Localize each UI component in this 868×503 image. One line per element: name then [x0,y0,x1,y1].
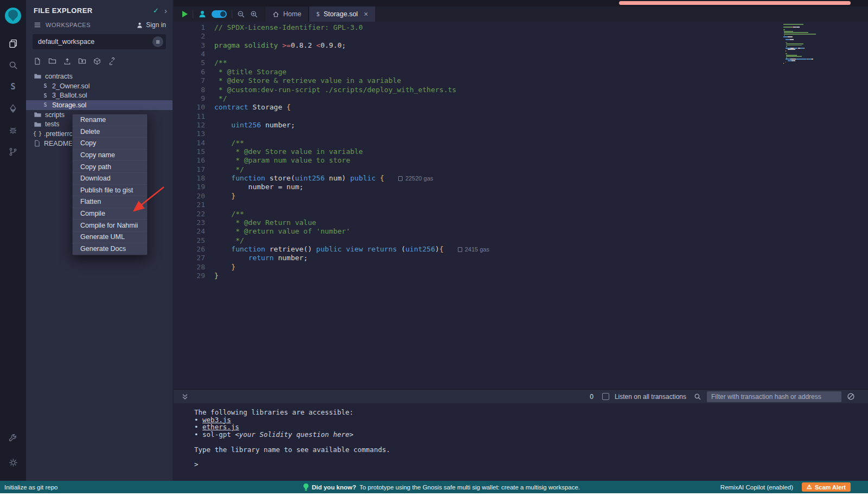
rail-file-explorer[interactable] [0,33,26,54]
new-folder-button[interactable] [48,57,56,65]
context-menu-item-copy-path[interactable]: Copy path [73,161,147,173]
remix-logo[interactable] [4,7,22,25]
workspace-name: default_workspace [38,38,152,46]
scam-alert-badge[interactable]: ⚠ Scam Alert [802,482,851,492]
search-icon [694,393,701,401]
code-editor[interactable]: 1// SPDX-License-Identifier: GPL-3.023pr… [174,22,868,389]
context-menu-item-flatten[interactable]: Flatten [73,196,147,208]
terminal-line: • sol-gpt <your Solidity question here> [194,431,868,438]
terminal[interactable]: The following libraries are accessible:•… [174,403,868,481]
tab-label: Home [283,10,301,18]
tab-storage-sol[interactable]: S Storage.sol × [309,7,375,22]
settings-gear-icon [9,458,18,467]
tree-item-storage-sol[interactable]: SStorage.sol [26,100,173,110]
status-bar-right: RemixAI Copilot (enabled) ⚠ Scam Alert [720,482,868,492]
context-menu-item-compile[interactable]: Compile [73,208,147,220]
rail-git[interactable] [0,141,26,163]
rail-plugin-manager[interactable] [0,428,26,449]
rail-search[interactable] [0,54,26,76]
check-icon[interactable]: ✓ [153,7,159,15]
git-init-button[interactable]: Initialize as git repo [0,484,163,491]
zoom-out-button[interactable] [237,10,245,18]
workspace-options-badge[interactable] [152,36,163,47]
tree-item-3-ballot-sol[interactable]: S3_Ballot.sol [26,91,173,100]
minimap[interactable] [783,24,837,65]
context-menu-item-generate-docs[interactable]: Generate Docs [73,243,147,255]
sign-in-button[interactable]: Sign in [136,21,166,29]
tree-item-label: scripts [45,111,65,119]
context-menu-item-rename[interactable]: Rename [73,114,147,126]
code-line-23: 23 * @dev Return value [174,218,868,227]
code-lines: 1// SPDX-License-Identifier: GPL-3.023pr… [174,23,868,280]
code-line-16: 16 * @param num value to store [174,156,868,165]
context-menu-item-generate-uml[interactable]: Generate UML [73,231,147,243]
link-button[interactable] [108,57,116,65]
folder-icon [34,120,42,128]
expand-terminal-button[interactable] [181,393,189,401]
copilot-toggle[interactable] [212,10,227,18]
rail-debugger[interactable] [0,119,26,141]
context-menu-item-delete[interactable]: Delete [73,126,147,138]
tree-item-label: contracts [45,73,73,80]
code-line-5: 5/** [174,59,868,67]
tree-item-label: 2_Owner.sol [52,82,90,90]
tree-item-2-owner-sol[interactable]: S2_Owner.sol [26,81,173,91]
new-file-button[interactable] [34,57,41,65]
code-line-26: 26 function retrieve() public view retur… [174,245,868,254]
context-menu-item-copy[interactable]: Copy [73,138,147,150]
context-menu-item-publish-file-to-gist[interactable]: Publish file to gist [73,185,147,197]
link-icon [108,57,116,65]
close-tab-icon[interactable]: × [364,10,368,18]
file-explorer-icon [9,39,18,48]
folder-icon [34,72,42,80]
upload-folder-button[interactable] [78,57,86,65]
clear-console-button[interactable] [847,392,855,401]
terminal-line: Type the library name to see available c… [194,446,868,454]
terminal-search-button[interactable] [694,393,701,401]
editor-toolbar-icons [174,7,265,22]
tree-item-contracts[interactable]: contracts [26,72,173,81]
rail-deploy-run[interactable] [0,98,26,119]
editor-column: Home S Storage.sol × 1// SPDX-License-Id… [174,0,868,481]
icon-rail: S [0,0,26,481]
rail-solidity-compiler[interactable]: S [0,76,26,98]
listen-all-transactions-checkbox[interactable] [602,393,609,400]
tab-home[interactable]: Home [265,7,309,22]
divider [232,10,232,18]
hamburger-icon[interactable] [34,21,41,29]
code-line-27: 27 return number; [174,254,868,262]
code-line-1: 1// SPDX-License-Identifier: GPL-3.0 [174,23,868,32]
workspaces-label: WORKSPACES [46,22,132,28]
ban-icon [847,392,855,401]
solidity-file-icon: S [316,11,320,17]
copilot-status[interactable]: RemixAI Copilot (enabled) [720,484,793,491]
context-menu-item-copy-name[interactable]: Copy name [73,150,147,162]
context-menu-item-compile-for-nahmii[interactable]: Compile for Nahmii [73,220,147,231]
run-script-button[interactable] [182,11,188,17]
solidity-file-icon: S [42,93,49,99]
zoom-in-button[interactable] [250,10,258,18]
double-chevron-down-icon [181,393,189,401]
chevron-right-icon[interactable]: › [164,6,167,15]
search-icon [9,61,18,70]
code-line-3: 3pragma solidity >=0.8.2 <0.9.0; [174,41,868,50]
workspace-select[interactable]: default_workspace [33,34,166,49]
code-line-25: 25 */ [174,236,868,245]
upload-file-icon [63,57,71,65]
context-menu-item-download[interactable]: Download [73,173,147,185]
publish-ipfs-button[interactable] [93,57,101,65]
did-you-know-tip: Did you know? To prototype using the Gno… [163,483,720,491]
code-line-2: 2 [174,32,868,41]
remix-logo-icon [4,7,22,24]
rail-settings[interactable] [0,452,26,473]
ai-assistant-button[interactable] [198,10,207,18]
listen-all-transactions-label: Listen on all transactions [615,393,686,401]
code-line-22: 22 /** [174,210,868,218]
code-line-14: 14 /** [174,139,868,147]
file-explorer-header: FILE EXPLORER ✓ › [26,0,173,20]
upload-file-button[interactable] [63,57,71,65]
toggle-knob [220,11,226,17]
list-icon [155,39,161,44]
transaction-filter-input[interactable] [707,391,841,402]
warning-icon: ⚠ [807,483,812,491]
